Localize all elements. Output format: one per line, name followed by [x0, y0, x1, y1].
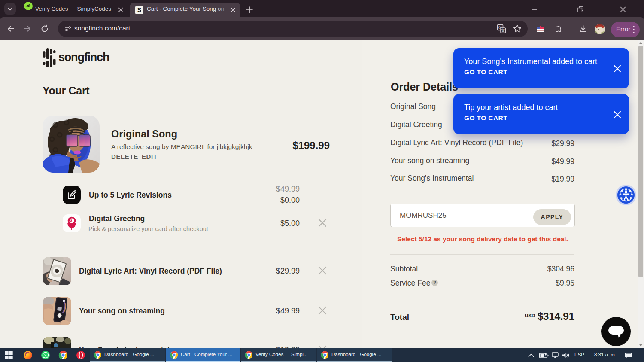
svg-text:文: 文: [501, 28, 505, 33]
